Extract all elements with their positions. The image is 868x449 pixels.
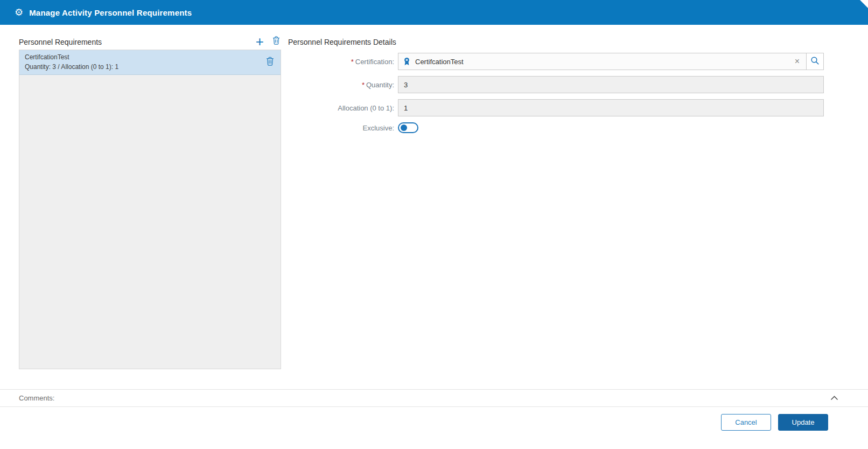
details-title: Personnel Requirements Details bbox=[288, 33, 827, 47]
certification-label: *Certification: bbox=[288, 58, 398, 66]
personnel-requirements-panel: Personnel Requirements + CertifcationTes… bbox=[19, 33, 281, 369]
allocation-label: Allocation (0 to 1): bbox=[288, 104, 398, 112]
certification-row: *Certification: CertifcationTest × bbox=[288, 53, 827, 70]
comments-section: Comments: bbox=[0, 389, 868, 407]
quantity-label: *Quantity: bbox=[288, 81, 398, 89]
personnel-requirements-title: Personnel Requirements bbox=[19, 38, 102, 46]
list-item-name: CertifcationTest bbox=[25, 53, 118, 61]
required-indicator: * bbox=[351, 58, 354, 66]
list-toolbar: + bbox=[256, 36, 281, 46]
update-button[interactable]: Update bbox=[778, 414, 828, 431]
certification-badge-icon bbox=[403, 57, 410, 66]
exclusive-row: Exclusive: bbox=[288, 122, 827, 133]
trash-icon bbox=[272, 36, 280, 46]
page-title: Manage Activity Personnel Requirements bbox=[29, 8, 192, 17]
delete-item-button[interactable] bbox=[266, 57, 274, 67]
personnel-requirements-list[interactable]: CertifcationTest Quantity: 3 / Allocatio… bbox=[19, 50, 281, 369]
certification-input[interactable]: CertifcationTest × bbox=[398, 53, 807, 70]
list-item-details: Quantity: 3 / Allocation (0 to 1): 1 bbox=[25, 63, 118, 71]
trash-icon bbox=[266, 57, 274, 67]
delete-requirement-button[interactable] bbox=[272, 36, 280, 46]
chevron-up-icon bbox=[830, 394, 838, 402]
certification-lookup-field: CertifcationTest × bbox=[398, 53, 824, 70]
exclusive-label: Exclusive: bbox=[288, 124, 398, 132]
quantity-row: *Quantity: bbox=[288, 76, 827, 93]
collapse-comments-button[interactable] bbox=[829, 393, 839, 403]
allocation-input[interactable] bbox=[398, 99, 824, 116]
personnel-requirements-details-panel: Personnel Requirements Details *Certific… bbox=[288, 33, 827, 139]
toggle-knob bbox=[401, 125, 407, 131]
quantity-input[interactable] bbox=[398, 76, 824, 93]
required-indicator: * bbox=[362, 81, 365, 89]
certification-search-button[interactable] bbox=[806, 53, 824, 70]
exclusive-toggle[interactable] bbox=[398, 122, 418, 133]
allocation-row: Allocation (0 to 1): bbox=[288, 99, 827, 116]
cancel-button[interactable]: Cancel bbox=[721, 414, 771, 431]
list-item-text: CertifcationTest Quantity: 3 / Allocatio… bbox=[25, 53, 118, 71]
list-item[interactable]: CertifcationTest Quantity: 3 / Allocatio… bbox=[19, 50, 281, 75]
certification-value: CertifcationTest bbox=[415, 58, 793, 66]
window-titlebar: ⚙ Manage Activity Personnel Requirements bbox=[0, 0, 868, 25]
comments-label: Comments: bbox=[19, 394, 54, 402]
corner-notch bbox=[860, 0, 868, 8]
gear-icon: ⚙ bbox=[15, 8, 23, 17]
footer-actions: Cancel Update bbox=[0, 407, 868, 449]
search-icon bbox=[810, 56, 820, 67]
add-requirement-button[interactable]: + bbox=[256, 37, 264, 46]
personnel-requirements-header: Personnel Requirements + bbox=[19, 33, 281, 47]
clear-certification-icon[interactable]: × bbox=[793, 57, 801, 66]
